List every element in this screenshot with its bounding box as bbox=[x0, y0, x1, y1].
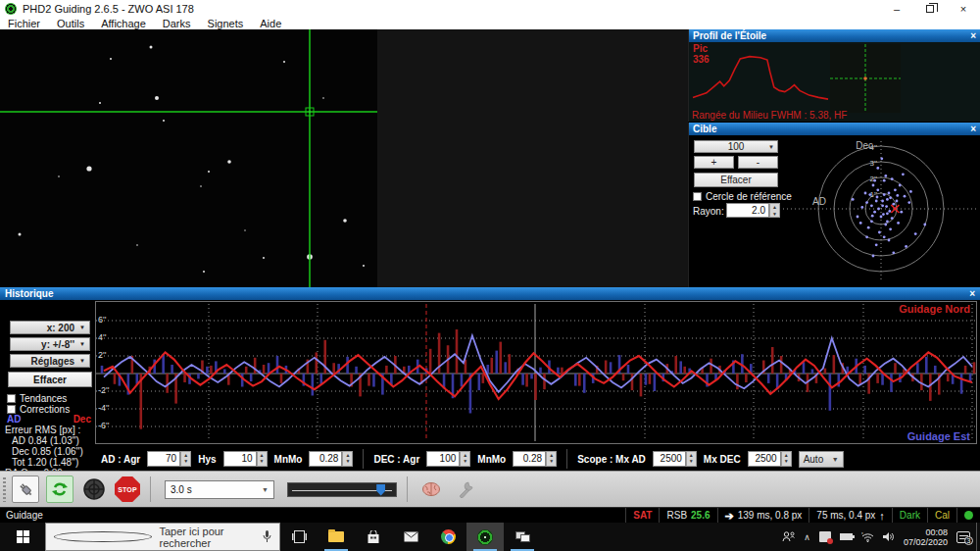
star-field-view[interactable] bbox=[0, 29, 377, 287]
reference-circle-checkbox[interactable]: Cercle de référence bbox=[693, 191, 792, 202]
target-zoom-dropdown[interactable]: 100 ▼ bbox=[694, 140, 778, 153]
task-view-button[interactable] bbox=[280, 523, 318, 551]
microphone-icon[interactable] bbox=[263, 530, 271, 543]
dark-indicator: Dark bbox=[892, 508, 927, 523]
target-zoom-in-button[interactable]: + bbox=[694, 156, 734, 169]
exposure-value: 3.0 s bbox=[171, 484, 192, 495]
gamma-slider[interactable] bbox=[287, 482, 397, 497]
param-spinner-ad-agr[interactable]: 70▲▼ bbox=[147, 451, 191, 467]
minimize-button[interactable]: – bbox=[880, 0, 913, 18]
dec-mode-dropdown[interactable]: Auto▼ bbox=[799, 451, 844, 468]
history-titlebar[interactable]: Historique × bbox=[0, 287, 980, 300]
menu-signets[interactable]: Signets bbox=[208, 18, 244, 29]
y-tick-label: -6'' bbox=[98, 421, 109, 430]
restore-button[interactable] bbox=[913, 0, 947, 18]
settings-dropdown[interactable]: Réglages▼ bbox=[10, 354, 90, 368]
ra-pulse-value: 139 ms, 0.8 px bbox=[738, 510, 803, 521]
radius-input[interactable]: 2.0 bbox=[726, 203, 769, 218]
action-center-button[interactable]: 3 bbox=[956, 531, 970, 543]
y-tick-label: 2'' bbox=[98, 350, 106, 360]
tray-expand-icon[interactable]: ∧ bbox=[804, 532, 810, 542]
chevron-down-icon: ▼ bbox=[262, 486, 269, 493]
menu-fichier[interactable]: Fichier bbox=[8, 18, 40, 29]
history-sidebar: x: 200▼ y: +/-8''▼ Réglages▼ Effacer Ten… bbox=[2, 303, 94, 468]
search-placeholder: Taper ici pour rechercher bbox=[160, 526, 256, 549]
param-label: Mx DEC bbox=[704, 454, 741, 465]
y-scale-dropdown[interactable]: y: +/-8''▼ bbox=[10, 337, 90, 351]
battery-icon[interactable] bbox=[840, 533, 853, 540]
svg-text:3'': 3'' bbox=[869, 159, 877, 168]
target-body: 100 ▼ + - Effacer Cercle de référence Ra… bbox=[689, 135, 980, 287]
star-closeup bbox=[830, 44, 901, 113]
microsoft-store-button[interactable] bbox=[355, 523, 392, 551]
exposure-dropdown[interactable]: 3.0 s ▼ bbox=[165, 480, 274, 499]
legend-north: Guidage Nord bbox=[899, 303, 970, 315]
history-close-icon[interactable]: × bbox=[969, 289, 975, 299]
phd2-taskbar-button[interactable] bbox=[466, 523, 504, 551]
rms-row-tot: Tot 1.20 (1.48'') bbox=[12, 457, 78, 468]
menu-darks[interactable]: Darks bbox=[163, 18, 191, 29]
menu-outils[interactable]: Outils bbox=[57, 18, 84, 29]
star-profile-close-icon[interactable]: × bbox=[970, 31, 976, 41]
toolbar-grip[interactable] bbox=[3, 477, 6, 502]
restore-icon bbox=[926, 5, 934, 13]
y-tick-label: 4'' bbox=[98, 332, 106, 342]
star-profile-titlebar[interactable]: Profil de l'Étoile × bbox=[689, 29, 980, 42]
status-dot-icon bbox=[964, 511, 973, 520]
wifi-icon[interactable]: * bbox=[861, 532, 874, 542]
guide-params: AD : Agr70▲▼Hys10▲▼MnMo0.28▲▼DEC : Agr10… bbox=[95, 447, 980, 471]
advanced-settings-button[interactable] bbox=[417, 476, 445, 503]
star-profile-title: Profil de l'Étoile bbox=[693, 30, 766, 41]
snr-label: RSB bbox=[666, 510, 687, 521]
target-titlebar[interactable]: Cible × bbox=[689, 123, 980, 135]
param-spinner-hys[interactable]: 10▲▼ bbox=[223, 451, 268, 467]
people-icon[interactable] bbox=[782, 531, 795, 542]
show-desktop-button[interactable] bbox=[976, 523, 980, 551]
dec-legend: Dec bbox=[74, 414, 91, 425]
rms-row-dec: Dec 0.85 (1.06'') bbox=[12, 446, 83, 457]
target-title: Cible bbox=[693, 124, 716, 134]
target-close-icon[interactable]: × bbox=[970, 125, 976, 134]
star-profile-body: Pic 336 Rangée du Milieu FWHM : 5.38, HF bbox=[689, 42, 980, 122]
slider-handle[interactable] bbox=[376, 484, 385, 496]
remote-desktop-button[interactable] bbox=[504, 523, 541, 551]
notification-app-icon[interactable] bbox=[819, 531, 831, 542]
menu-aide[interactable]: Aide bbox=[260, 18, 281, 29]
guide-button[interactable] bbox=[80, 476, 108, 503]
speaker-icon[interactable] bbox=[883, 531, 895, 542]
param-spinner-mx-dec[interactable]: 2500▲▼ bbox=[748, 451, 792, 467]
param-spinner-dec-agr[interactable]: 100▲▼ bbox=[426, 451, 470, 467]
target-zoom-out-button[interactable]: - bbox=[738, 156, 778, 169]
chrome-icon bbox=[441, 529, 456, 544]
x-scale-dropdown[interactable]: x: 200▼ bbox=[10, 321, 90, 334]
mail-button[interactable] bbox=[392, 523, 429, 551]
chrome-button[interactable] bbox=[429, 523, 466, 551]
target-clear-button[interactable]: Effacer bbox=[694, 173, 778, 187]
start-button[interactable] bbox=[0, 523, 45, 551]
loop-exposures-button[interactable] bbox=[46, 476, 74, 503]
menu-affichage[interactable]: Affichage bbox=[101, 18, 146, 29]
guide-graph-plot bbox=[96, 302, 976, 443]
taskbar-search-input[interactable]: Taper ici pour rechercher bbox=[45, 523, 280, 551]
reference-circle-label: Cercle de référence bbox=[706, 191, 792, 202]
param-label: Hys bbox=[198, 454, 216, 465]
taskbar-clock[interactable]: 00:08 07/02/2020 bbox=[904, 527, 948, 547]
file-explorer-button[interactable] bbox=[318, 523, 355, 551]
guide-graph: 6''4''2''-2''-4''-6'' Guidage Nord Guida… bbox=[95, 301, 977, 444]
history-clear-button[interactable]: Effacer bbox=[8, 372, 92, 387]
guide-target-icon bbox=[82, 477, 106, 501]
param-label: Scope : Mx AD bbox=[577, 454, 646, 465]
radius-stepper[interactable]: ▲▼ bbox=[769, 203, 780, 218]
svg-text:1'': 1'' bbox=[869, 190, 877, 199]
stop-button[interactable]: STOP bbox=[115, 476, 140, 502]
param-spinner-scope-mx-ad[interactable]: 2500▲▼ bbox=[653, 451, 697, 467]
connect-equipment-button[interactable] bbox=[12, 476, 39, 503]
camera-frame-background bbox=[377, 29, 688, 287]
camera-settings-button[interactable] bbox=[452, 476, 479, 503]
window-titlebar: PHD2 Guiding 2.6.5 - ZWO ASI 178 – × bbox=[0, 0, 980, 18]
radius-label: Rayon: bbox=[693, 206, 724, 217]
trend-checkbox[interactable]: Tendances bbox=[7, 393, 67, 404]
param-spinner-mnmo[interactable]: 0.28▲▼ bbox=[309, 451, 353, 467]
close-button[interactable]: × bbox=[947, 0, 980, 18]
param-spinner-mnmo[interactable]: 0.28▲▼ bbox=[513, 451, 557, 467]
